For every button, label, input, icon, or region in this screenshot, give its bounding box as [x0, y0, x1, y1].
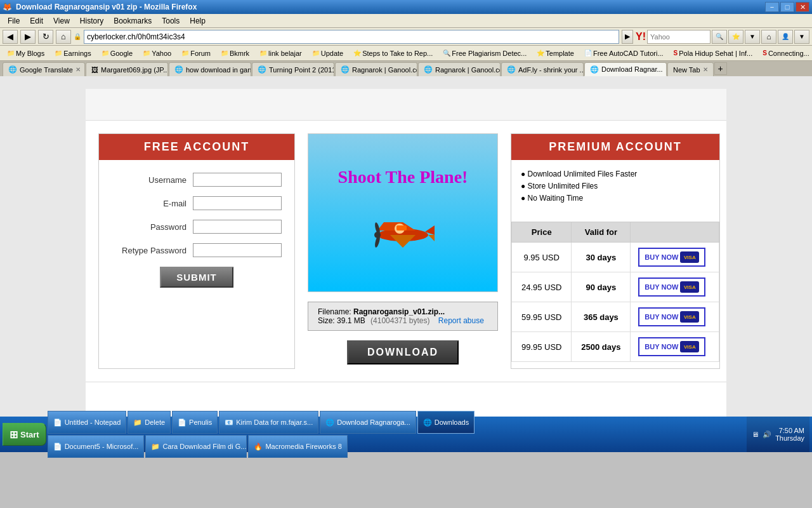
bookmark-template[interactable]: ⭐Template — [532, 48, 579, 59]
tab-download-ragnar[interactable]: 🌐 Download Ragnar... ✕ — [584, 62, 667, 76]
reload-button[interactable]: ↻ — [38, 30, 53, 44]
menu-help[interactable]: Help — [185, 15, 211, 27]
bookmark-bkmrk[interactable]: 📁Bkmrk — [216, 48, 254, 59]
bookmark-pola[interactable]: SPola Hidup Sehat | Inf... — [669, 48, 757, 59]
email-input[interactable] — [193, 196, 282, 210]
bookmark-myblogs[interactable]: 📁My Blogs — [3, 48, 49, 59]
username-input[interactable] — [193, 173, 282, 187]
downloads-label: Downloads — [435, 418, 469, 426]
premium-feature-3: ● No Waiting Time — [521, 194, 710, 203]
back-button[interactable]: ◀ — [3, 30, 18, 44]
tab-label: Turning Point 2 (2011... — [269, 66, 334, 74]
menu-bookmarks[interactable]: Bookmarks — [108, 15, 157, 27]
taskbar-kirim[interactable]: 📧 Kirim Data for m.fajar.s... — [219, 411, 318, 434]
tab-margaret[interactable]: 🖼 Margaret069.jpg (JP... ✕ — [86, 62, 168, 76]
menu-tools[interactable]: Tools — [157, 15, 185, 27]
search-button[interactable]: 🔍 — [712, 30, 727, 44]
main-section: FREE ACCOUNT Username E-mail P — [86, 121, 726, 382]
tab-newtab[interactable]: New Tab ✕ — [667, 62, 714, 76]
username-row: Username — [112, 173, 282, 187]
taskbar-downloads[interactable]: 🌐 Downloads — [417, 411, 475, 434]
bookmark-steps[interactable]: ⭐Steps to Take to Rep... — [349, 48, 437, 59]
page-wrapper: FREE ACCOUNT Username E-mail P — [0, 76, 812, 417]
windows-icon: ⊞ — [10, 429, 18, 441]
tab-google-translate[interactable]: 🌐 Google Translate ✕ — [3, 62, 85, 76]
address-input[interactable] — [84, 30, 619, 44]
bookmarks-bar: 📁My Blogs 📁Earnings 📁Google 📁Yahoo 📁Foru… — [0, 46, 812, 61]
taskbar-download-ragnar[interactable]: 🌐 Download Ragnaroga... — [320, 411, 416, 434]
retype-input[interactable] — [193, 243, 282, 257]
report-abuse-link[interactable]: Report abuse — [438, 316, 484, 325]
menu-history[interactable]: History — [75, 15, 108, 27]
menu-bar: File Edit View History Bookmarks Tools H… — [0, 14, 812, 28]
tab-close-icon[interactable]: ✕ — [75, 66, 81, 73]
tab-close-icon[interactable]: ✕ — [703, 66, 708, 73]
tab-howdownload[interactable]: 🌐 how download in gan... ✕ — [169, 62, 251, 76]
download-button[interactable]: DOWNLOAD — [347, 340, 459, 364]
valid-4: 2500 days — [572, 332, 631, 362]
taskbar-fireworks[interactable]: 🔥 Macromedia Fireworks 8 — [248, 435, 347, 458]
bookmark-linkbelajar[interactable]: 📁link belajar — [255, 48, 306, 59]
bookmark-google[interactable]: 📁Google — [97, 48, 137, 59]
forward-button[interactable]: ▶ — [20, 30, 36, 44]
taskbar: ⊞ Start 📄 Untitled - Notepad 📁 Delete 📄 … — [0, 417, 812, 452]
visa-icon: VISA — [680, 311, 699, 323]
nav-extra1[interactable]: ⭐ — [728, 30, 743, 44]
search-input[interactable] — [647, 30, 710, 44]
taskbar-notepad[interactable]: 📄 Untitled - Notepad — [48, 411, 127, 434]
yahoo-icon: Y! — [636, 31, 646, 43]
taskbar-delete[interactable]: 📁 Delete — [128, 411, 171, 434]
go-button[interactable]: ▶ — [622, 30, 633, 44]
menu-edit[interactable]: Edit — [25, 15, 48, 27]
browser-content[interactable]: FREE ACCOUNT Username E-mail P — [0, 76, 812, 417]
nav-home2[interactable]: ⌂ — [761, 30, 776, 44]
menu-view[interactable]: View — [48, 15, 75, 27]
game-advertisement[interactable]: Shoot The Plane! — [308, 133, 498, 292]
nav-extra2[interactable]: ▼ — [745, 30, 760, 44]
kirim-icon: 📧 — [225, 418, 233, 427]
delete-label: Delete — [145, 418, 165, 426]
nav-extra4[interactable]: ▼ — [794, 30, 809, 44]
page-center: FREE ACCOUNT Username E-mail P — [86, 89, 726, 417]
fireworks-label: Macromedia Fireworks 8 — [265, 443, 341, 450]
tab-label: New Tab — [673, 66, 700, 74]
taskbar-penulis[interactable]: 📄 Penulis — [172, 411, 218, 434]
bookmark-yahoo[interactable]: 📁Yahoo — [138, 48, 176, 59]
center-section: Shoot The Plane! — [308, 133, 498, 369]
nav-extra3[interactable]: 👤 — [778, 30, 793, 44]
bookmark-earnings[interactable]: 📁Earnings — [50, 48, 95, 59]
buy-now-button-4[interactable]: BUY NOW VISA — [638, 337, 705, 356]
bookmark-update[interactable]: 📁Update — [308, 48, 348, 59]
bookmark-forum[interactable]: 📁Forum — [177, 48, 215, 59]
bookmark-plagiarism[interactable]: 🔍Free Plagiarism Detec... — [438, 48, 531, 59]
buy-now-button-1[interactable]: BUY NOW VISA — [638, 248, 705, 267]
minimize-button[interactable]: − — [765, 2, 779, 12]
bookmark-connecting[interactable]: SConnecting... — [758, 48, 812, 59]
svg-rect-8 — [396, 225, 407, 231]
penulis-icon: 📄 — [178, 418, 187, 427]
tab-close-icon[interactable]: ✕ — [665, 66, 667, 73]
buy-now-button-2[interactable]: BUY NOW VISA — [638, 277, 705, 297]
home-button[interactable]: ⌂ — [56, 30, 71, 44]
delete-icon: 📁 — [133, 418, 142, 427]
tab-turningpoint[interactable]: 🌐 Turning Point 2 (2011... ✕ — [252, 62, 334, 76]
maximize-button[interactable]: □ — [780, 2, 794, 12]
tab-ragnarok2[interactable]: 🌐 Ragnarok | Ganool.com ✕ — [418, 62, 501, 76]
file-info-box: Filename: Ragnarogansip_v01.zip... Size:… — [308, 302, 498, 331]
menu-file[interactable]: File — [3, 15, 25, 27]
password-input[interactable] — [193, 220, 282, 234]
buy-2: BUY NOW VISA — [631, 272, 719, 302]
bookmark-autocad[interactable]: 📄Free AutoCAD Tutori... — [580, 48, 668, 59]
tab-adfly[interactable]: 🌐 AdF.ly - shrink your ... ✕ — [501, 62, 584, 76]
tab-ragnarok1[interactable]: 🌐 Ragnarok | Ganool.com ✕ — [335, 62, 417, 76]
taskbar-items: 📄 Untitled - Notepad 📁 Delete 📄 Penulis … — [48, 411, 746, 458]
close-button[interactable]: ✕ — [796, 2, 809, 12]
buy-now-button-3[interactable]: BUY NOW VISA — [638, 307, 705, 326]
taskbar-document5[interactable]: 📄 Document5 - Microsof... — [48, 435, 145, 458]
tab-icon: 🌐 — [507, 65, 516, 74]
cara-icon: 📁 — [151, 443, 160, 451]
submit-button[interactable]: SUBMIT — [160, 267, 233, 288]
taskbar-cara-download[interactable]: 📁 Cara Download Film di G... — [145, 435, 247, 458]
new-tab-button[interactable]: + — [714, 62, 727, 75]
start-button[interactable]: ⊞ Start — [3, 423, 46, 446]
